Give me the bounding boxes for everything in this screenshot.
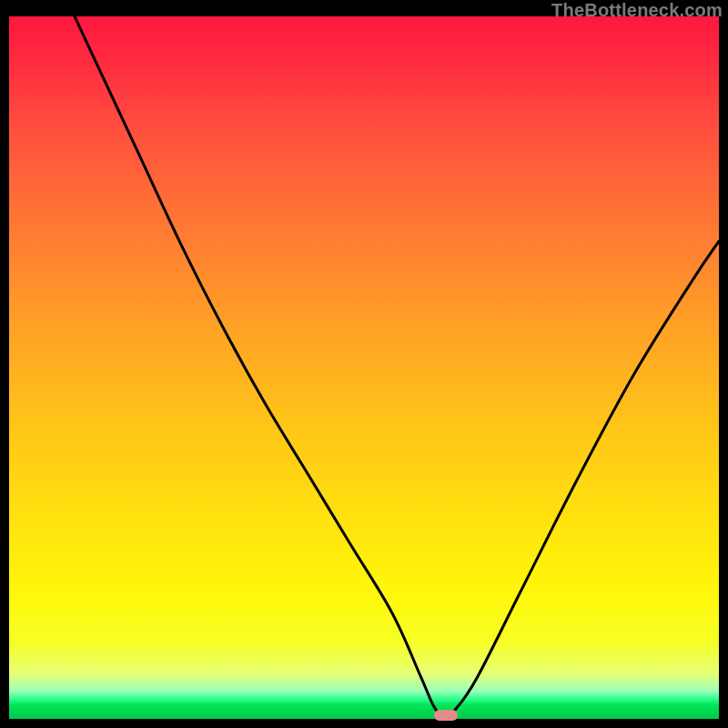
bottleneck-curve-path xyxy=(9,16,719,715)
chart-frame: TheBottleneck.com xyxy=(0,0,728,728)
bottleneck-plot xyxy=(9,16,719,719)
optimal-point-marker xyxy=(434,710,458,721)
bottleneck-curve xyxy=(9,16,719,719)
